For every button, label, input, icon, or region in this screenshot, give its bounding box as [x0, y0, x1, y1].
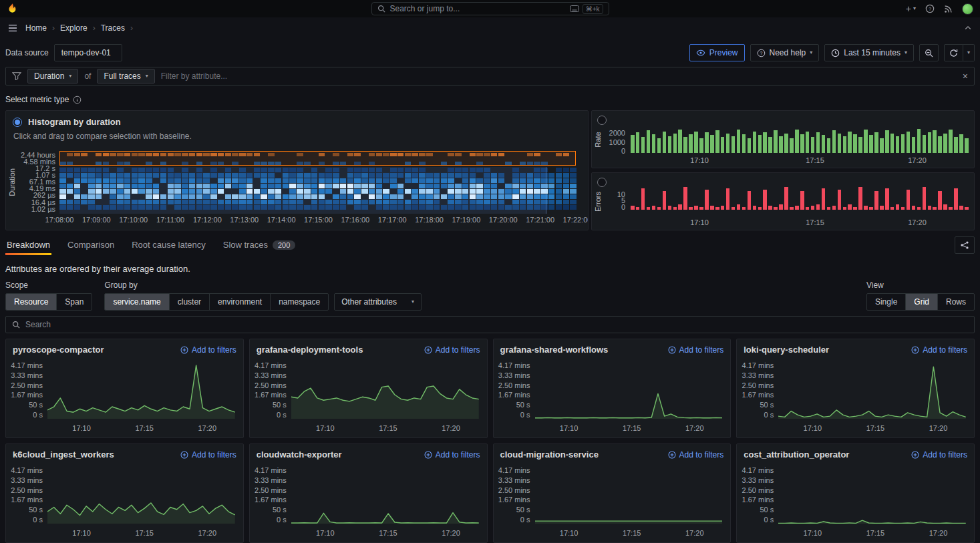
chart-bar [705, 190, 709, 210]
chart-bar [768, 137, 772, 153]
card-y-tick: 3.33 mins [742, 477, 774, 484]
help-icon[interactable]: ? [925, 4, 935, 13]
chart-bar [657, 138, 661, 153]
refresh-button[interactable] [944, 44, 963, 61]
card-x-tick: 17:20 [929, 529, 948, 537]
card-x-tick: 17:15 [135, 424, 154, 432]
add-to-filters-button[interactable]: Add to filters [180, 450, 236, 460]
group-by-option-service-name[interactable]: service.name [105, 294, 169, 310]
histogram-selection-box[interactable] [59, 151, 576, 166]
refresh-interval-button[interactable]: ▾ [963, 44, 975, 61]
grafana-logo[interactable] [7, 3, 18, 15]
chart-bar [737, 130, 741, 153]
chart-bar [748, 138, 752, 153]
need-help-button[interactable]: ? Need help ▾ [750, 44, 820, 61]
datasource-value: tempo-dev-01 [61, 48, 111, 57]
chart-bar [715, 207, 719, 210]
news-rss-icon[interactable] [944, 5, 953, 13]
histogram-x-tick: 17:11:00 [156, 216, 184, 224]
chart-bar [832, 206, 836, 210]
chart-bar [657, 207, 661, 210]
tabs-row: BreakdownComparisonRoot cause latencySlo… [5, 234, 975, 255]
heatmap-cell [563, 178, 570, 183]
breadcrumb-item-traces[interactable]: Traces [101, 23, 125, 33]
tab-breakdown[interactable]: Breakdown [5, 234, 51, 255]
tab-slow-traces[interactable]: Slow traces200 [222, 234, 297, 255]
group-by-option-namespace[interactable]: namespace [271, 294, 328, 310]
add-to-filters-button[interactable]: Add to filters [180, 345, 236, 355]
add-menu-button[interactable]: +▾ [906, 4, 916, 13]
card-y-tick: 4.17 mins [255, 362, 287, 369]
clock-icon [831, 49, 840, 57]
attribute-search-input[interactable] [25, 320, 968, 329]
chart-bar [636, 207, 640, 210]
scope-option-span[interactable]: Span [57, 294, 92, 310]
tab-comparison[interactable]: Comparison [66, 234, 116, 255]
chart-bar [663, 191, 667, 210]
add-to-filters-button[interactable]: Add to filters [911, 345, 967, 355]
share-button[interactable] [955, 236, 975, 254]
chart-bar [673, 207, 677, 210]
histogram-radio[interactable] [13, 118, 22, 127]
card-y-tick: 2.50 mins [11, 487, 43, 494]
chart-bar [954, 137, 958, 153]
card-x-tick: 17:20 [442, 529, 460, 537]
chart-bar [694, 132, 698, 153]
chart-bar [731, 136, 736, 153]
card-title: grafana-deployment-tools [257, 345, 363, 355]
add-to-filters-button[interactable]: Add to filters [911, 450, 967, 460]
attribute-card-cloud-migration-service: cloud-migration-serviceAdd to filters4.1… [493, 443, 731, 543]
heatmap-cell [548, 173, 555, 178]
card-sparkline [291, 362, 479, 419]
datasource-picker[interactable]: tempo-dev-01 [54, 44, 122, 61]
add-to-filters-button[interactable]: Add to filters [424, 345, 480, 355]
time-range-picker[interactable]: Last 15 minutes ▾ [824, 44, 914, 61]
user-avatar[interactable] [962, 3, 973, 15]
chart-bar [774, 207, 778, 210]
view-option-grid[interactable]: Grid [906, 294, 938, 310]
chart-bar [822, 188, 826, 210]
card-y-tick: 1.67 mins [498, 391, 530, 399]
card-x-labels: 17:1017:1517:20 [538, 424, 723, 433]
chart-bar [827, 207, 831, 210]
add-to-filters-button[interactable]: Add to filters [424, 450, 480, 460]
clear-filters-icon[interactable]: × [963, 71, 968, 81]
breadcrumb-item-home[interactable]: Home [25, 23, 47, 33]
plus-circle-icon [180, 346, 188, 354]
chart-bar [912, 137, 916, 153]
filter-attribute-input[interactable]: Filter by attribute... [161, 71, 227, 81]
card-header: grafana-shared-workflowsAdd to filters [500, 345, 724, 355]
heatmap-cell [548, 178, 555, 183]
top-search-placeholder: Search or jump to... [390, 4, 460, 13]
histogram-heatmap[interactable] [59, 111, 577, 230]
chart-bar [694, 206, 698, 210]
duration-filter-dropdown[interactable]: Duration ▾ [27, 69, 78, 83]
chart-bar [896, 204, 900, 210]
add-to-filters-button[interactable]: Add to filters [668, 345, 724, 355]
chart-bar [726, 188, 730, 210]
group-by-option-cluster[interactable]: cluster [170, 294, 210, 310]
view-option-rows[interactable]: Rows [938, 294, 974, 310]
other-attributes-select[interactable]: Other attributes ▾ [334, 293, 422, 311]
chart-bar [742, 134, 746, 153]
heatmap-cell [563, 205, 570, 210]
preview-button[interactable]: Preview [689, 44, 745, 61]
breadcrumb-item-explore[interactable]: Explore [60, 23, 88, 33]
y-tick: 2000 [609, 130, 625, 137]
add-to-filters-button[interactable]: Add to filters [668, 450, 724, 460]
zoom-out-button[interactable] [919, 44, 939, 61]
top-search[interactable]: Search or jump to... ⌘+k [371, 2, 609, 15]
menu-icon[interactable] [8, 24, 17, 32]
view-option-single[interactable]: Single [867, 294, 906, 310]
histogram-x-tick: 17:12:00 [193, 216, 222, 224]
histogram-x-tick: 17:20:00 [489, 216, 518, 224]
scope-option-resource[interactable]: Resource [6, 294, 57, 310]
tab-root-cause-latency[interactable]: Root cause latency [130, 234, 207, 255]
group-by-option-environment[interactable]: environment [210, 294, 271, 310]
trace-scope-dropdown[interactable]: Full traces ▾ [97, 69, 154, 83]
info-circle-icon[interactable] [73, 96, 81, 104]
histogram-x-tick: 17:17:00 [378, 216, 407, 224]
chevron-up-icon[interactable] [964, 24, 972, 32]
card-y-tick: 50 s [516, 401, 530, 409]
chart-bar [636, 132, 640, 153]
